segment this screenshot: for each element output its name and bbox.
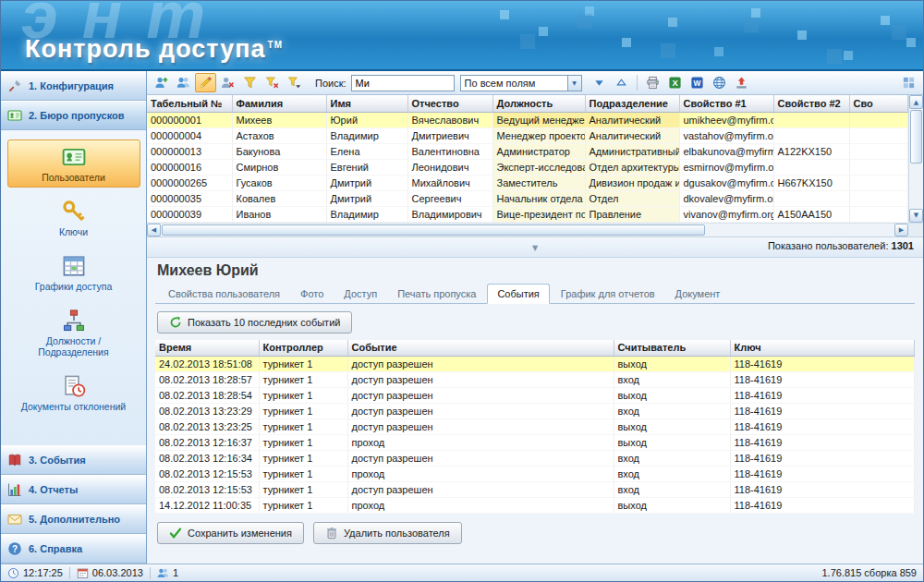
version-label: 1.76.815 сборка 859	[822, 567, 918, 578]
table-row[interactable]: 000000013БакуноваЕленаВалентиновнаАдмини…	[147, 143, 908, 159]
tab-events[interactable]: События	[487, 284, 549, 304]
sidebar-section-help[interactable]: ? 6. Справка	[1, 534, 146, 564]
sidebar-item-positions-departments[interactable]: Должности / Подразделения	[7, 303, 140, 362]
table-row[interactable]: 0000000265ГусаковДмитрийМихайловичЗамест…	[147, 175, 908, 190]
sidebar-section-reports[interactable]: 4. Отчеты	[1, 475, 146, 504]
table-row[interactable]: 24.02.2013 18:51:08турникет 1доступ разр…	[155, 357, 915, 372]
excel-export-icon[interactable]: X	[664, 73, 686, 92]
table-cell: 08.02.2013 13:23:29	[155, 404, 259, 419]
table-row[interactable]: 08.02.2013 18:28:57турникет 1доступ разр…	[155, 372, 915, 388]
filter-icon[interactable]	[239, 73, 261, 92]
scroll-down-button[interactable]: ▼	[909, 209, 923, 223]
column-header-surname[interactable]: Фамилия	[232, 95, 326, 112]
table-row[interactable]: 000000039ИвановВладимирВладимировичВице-…	[147, 206, 908, 222]
table-cell	[849, 143, 908, 159]
table-cell: Юрий	[326, 112, 407, 127]
word-export-icon[interactable]: W	[687, 73, 708, 92]
sidebar-section-configuration[interactable]: 1. Конфигурация	[1, 71, 146, 101]
column-header-patronymic[interactable]: Отчество	[407, 95, 492, 112]
grid-settings-icon[interactable]	[898, 73, 919, 92]
column-header-controller[interactable]: Контроллер	[259, 340, 347, 357]
table-cell: Отдел архитектуры	[585, 159, 679, 175]
table-row[interactable]: 000000001МихеевЮрийВячеславовичВедущий м…	[147, 112, 908, 127]
scroll-thumb[interactable]	[910, 110, 922, 164]
scroll-track[interactable]	[909, 164, 923, 209]
search-input[interactable]	[351, 75, 455, 91]
scroll-up-button[interactable]: ▲	[909, 95, 923, 109]
tab-print-pass[interactable]: Печать пропуска	[388, 285, 485, 303]
sort-ascending-icon[interactable]	[611, 73, 632, 92]
html-export-icon[interactable]	[709, 73, 730, 92]
sidebar-section-pass-bureau[interactable]: 2. Бюро пропусков	[1, 101, 146, 130]
column-header-property1[interactable]: Свойство #1	[679, 95, 773, 112]
show-last-events-button[interactable]: Показать 10 последних событий	[157, 311, 352, 333]
scroll-left-button[interactable]: ◀	[147, 224, 161, 236]
table-row[interactable]: 14.12.2012 11:00:35турникет 1проходвыход…	[155, 498, 915, 514]
tab-report-schedule[interactable]: График для отчетов	[552, 285, 664, 303]
table-cell: 118-41619	[730, 372, 915, 388]
table-cell: 08.02.2013 12:15:53	[155, 482, 259, 498]
save-changes-button[interactable]: Сохранить изменения	[157, 522, 304, 544]
table-row[interactable]: 08.02.2013 12:15:53турникет 1доступ разр…	[155, 482, 915, 498]
sidebar-section-events[interactable]: 3. События	[1, 445, 146, 475]
column-header-time[interactable]: Время	[155, 340, 259, 357]
sidebar-item-deviation-documents[interactable]: Документы отклонений	[7, 369, 140, 417]
column-header-property3[interactable]: Сво	[849, 95, 908, 112]
check-icon	[169, 527, 182, 540]
column-header-name[interactable]: Имя	[326, 95, 407, 112]
print-icon[interactable]	[642, 73, 663, 92]
table-row[interactable]: 08.02.2013 12:16:37турникет 1проходвыход…	[155, 435, 915, 451]
table-row[interactable]: 08.02.2013 18:28:54турникет 1доступ разр…	[155, 388, 915, 404]
column-header-key[interactable]: Ключ	[730, 340, 915, 357]
table-row[interactable]: 000000004АстаховВладимирДмитриевичМенедж…	[147, 127, 908, 143]
column-header-event[interactable]: Событие	[347, 340, 614, 357]
sidebar-section-extra[interactable]: 5. Дополнительно	[1, 504, 146, 534]
table-row[interactable]: 08.02.2013 12:15:53турникет 1проходвход1…	[155, 467, 915, 482]
user-group-icon[interactable]	[173, 73, 194, 92]
table-cell: турникет 1	[259, 357, 347, 372]
table-cell	[849, 159, 908, 175]
delete-user-button[interactable]: Удалить пользователя	[313, 522, 462, 544]
tab-access[interactable]: Доступ	[334, 285, 386, 303]
add-user-icon[interactable]	[151, 73, 172, 92]
horizontal-scrollbar[interactable]: ◀ ▶	[147, 223, 923, 237]
scroll-right-button[interactable]: ▶	[894, 224, 908, 236]
table-row[interactable]: 08.02.2013 12:16:34турникет 1доступ разр…	[155, 451, 915, 467]
column-header-property2[interactable]: Свойство #2	[773, 95, 849, 112]
delete-user-icon[interactable]	[217, 73, 238, 92]
chevron-down-icon[interactable]: ▼	[567, 76, 581, 91]
table-cell: umikheev@myfirm.or	[679, 112, 773, 127]
table-cell: 118-41619	[730, 388, 915, 404]
scroll-track[interactable]	[706, 224, 894, 236]
table-row[interactable]: 08.02.2013 13:23:29турникет 1доступ разр…	[155, 404, 915, 419]
column-header-department[interactable]: Подразделение	[585, 95, 679, 112]
sidebar-item-access-schedules[interactable]: Графики доступа	[7, 249, 140, 297]
sort-descending-icon[interactable]	[589, 73, 610, 92]
scroll-thumb[interactable]	[162, 224, 705, 236]
tab-document[interactable]: Документ	[666, 285, 730, 303]
table-cell: турникет 1	[259, 498, 347, 514]
filter-menu-icon[interactable]	[284, 73, 305, 92]
table-cell: проход	[347, 467, 614, 482]
import-icon[interactable]	[731, 73, 752, 92]
table-row[interactable]: 000000016СмирновЕвгенийЛеонидовичЭксперт…	[147, 159, 908, 175]
sidebar-item-keys[interactable]: Ключи	[7, 194, 140, 242]
search-field-selector[interactable]: По всем полям ▼	[460, 75, 582, 91]
table-cell: Сергеевич	[407, 190, 492, 206]
splitter[interactable]: ▼ Показано пользователей: 1301	[147, 237, 923, 258]
table-cell: выход	[614, 388, 730, 404]
column-header-reader[interactable]: Считыватель	[614, 340, 730, 357]
tab-user-properties[interactable]: Свойства пользователя	[159, 285, 289, 303]
table-cell: 08.02.2013 12:15:53	[155, 467, 259, 482]
column-header-position[interactable]: Должность	[492, 95, 585, 112]
column-header-personnel-number[interactable]: Табельный №	[147, 95, 232, 112]
clear-filter-icon[interactable]	[261, 73, 283, 92]
sidebar-item-users[interactable]: Пользователи	[7, 139, 140, 188]
tab-photo[interactable]: Фото	[291, 285, 333, 303]
table-row[interactable]: 08.02.2013 13:23:25турникет 1доступ разр…	[155, 419, 915, 435]
edit-user-icon[interactable]	[195, 73, 216, 92]
table-cell: проход	[347, 435, 614, 451]
table-row[interactable]: 000000035КовалевДмитрийСергеевичНачальни…	[147, 190, 908, 206]
vertical-scrollbar[interactable]: ▲ ▼	[908, 95, 923, 223]
collapse-arrow-icon[interactable]: ▼	[532, 244, 538, 252]
